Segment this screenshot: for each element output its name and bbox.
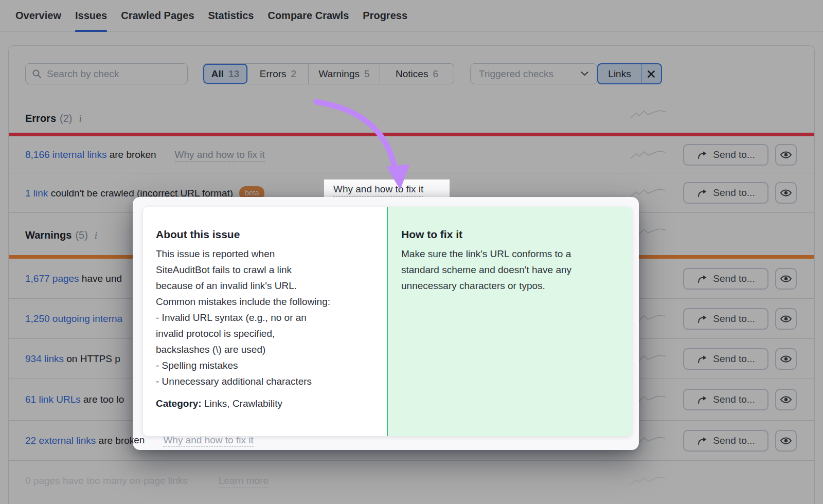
why-how-to-fix-link[interactable]: Why and how to fix it: [163, 435, 253, 447]
about-this-issue-panel: About this issue This issue is reported …: [143, 207, 387, 436]
why-fix-popup: About this issue This issue is reported …: [133, 197, 639, 450]
about-title: About this issue: [156, 228, 374, 241]
popup-card: About this issue This issue is reported …: [143, 207, 632, 436]
site-audit-page: Overview Issues Crawled Pages Statistics…: [0, 0, 823, 504]
issue-category: Category: Links, Crawlability: [156, 398, 374, 409]
row-fragment: 22 external links are brokenWhy and how …: [133, 434, 254, 447]
how-to-fix-panel: How to fix it Make sure the link's URL c…: [387, 207, 632, 436]
fix-title: How to fix it: [401, 228, 618, 241]
why-how-to-fix-link[interactable]: Why and how to fix it: [333, 184, 423, 196]
